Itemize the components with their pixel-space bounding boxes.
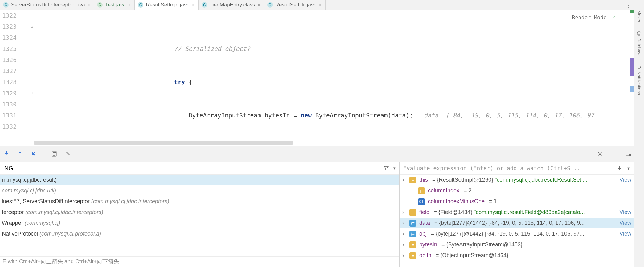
- var-type-icon: ≡: [409, 241, 416, 248]
- var-type-icon: ≡: [409, 252, 416, 259]
- expand-icon[interactable]: ›: [401, 175, 406, 185]
- code-editor[interactable]: 1322132313241325132613271328132913301331…: [0, 10, 634, 140]
- view-link[interactable]: View: [619, 218, 631, 228]
- close-icon[interactable]: ×: [128, 2, 131, 7]
- var-name: columnIndex: [428, 185, 459, 196]
- tab-resultsetimpl[interactable]: CResultSetImpl.java×: [135, 0, 199, 10]
- variable-row[interactable]: ›≡objIn= {ObjectInputStream@1464}: [400, 250, 634, 261]
- scrollbar-thumb[interactable]: [34, 141, 293, 145]
- maven-icon: m: [636, 3, 642, 9]
- svg-point-7: [54, 155, 55, 156]
- var-value: = 2: [462, 185, 634, 196]
- debug-panels: ▾ m.mysql.cj.jdbc.result) com.mysql.cj.j…: [0, 162, 634, 267]
- stack-frame[interactable]: NativeProtocol (com.mysql.cj.protocol.a): [0, 228, 399, 239]
- expand-icon[interactable]: ›: [401, 218, 406, 228]
- var-name: data: [419, 218, 430, 228]
- tab-tiedmapentry[interactable]: CTiedMapEntry.class×: [199, 0, 264, 10]
- evaluate-bar: Evaluate expression (Enter) or add a wat…: [400, 162, 634, 175]
- stack-frame[interactable]: com.mysql.cj.jdbc.util): [0, 185, 399, 196]
- vars-dropdown-icon[interactable]: ▾: [627, 165, 630, 171]
- tab-serverstatus[interactable]: CServerStatusDiffInterceptor.java×: [0, 0, 94, 10]
- tabs-more-icon[interactable]: ⋮: [623, 1, 634, 9]
- svg-point-3: [53, 154, 54, 154]
- svg-rect-12: [629, 154, 631, 156]
- java-file-icon: C: [97, 2, 103, 8]
- variable-row[interactable]: pcolumnIndex= 2: [400, 185, 634, 196]
- editor-overview-ruler[interactable]: [630, 10, 634, 140]
- stack-frame[interactable]: Wrapper (com.mysql.cj): [0, 218, 399, 228]
- close-icon[interactable]: ×: [192, 2, 195, 7]
- stack-frame[interactable]: m.mysql.cj.jdbc.result): [0, 175, 399, 185]
- expand-icon[interactable]: ›: [401, 250, 406, 261]
- var-name: bytesIn: [419, 239, 437, 250]
- view-link[interactable]: View: [619, 228, 631, 239]
- svg-rect-2: [53, 152, 56, 153]
- view-link[interactable]: View: [619, 207, 631, 218]
- stack-frame[interactable]: lues:87, ServerStatusDiffInterceptor (co…: [0, 196, 399, 207]
- svg-point-6: [53, 155, 54, 156]
- bell-icon: [636, 64, 642, 70]
- java-file-icon: C: [138, 2, 143, 8]
- notifications-tool-button[interactable]: Notifications: [636, 63, 642, 96]
- var-type-icon: 01: [418, 198, 425, 205]
- frames-list[interactable]: m.mysql.cj.jdbc.result) com.mysql.cj.jdb…: [0, 175, 399, 256]
- add-watch-icon[interactable]: [617, 166, 622, 171]
- variable-row[interactable]: ›{≡obj= {byte[1277]@1442} [-84, -19, 0, …: [400, 228, 634, 239]
- var-value: = {ResultSetImpl@1260} "com.mysql.cj.jdb…: [431, 175, 614, 185]
- close-icon[interactable]: ×: [319, 2, 322, 7]
- var-type-icon: {≡: [409, 231, 416, 237]
- stack-frame[interactable]: terceptor (com.mysql.cj.jdbc.interceptor…: [0, 207, 399, 218]
- trace-icon[interactable]: [64, 150, 72, 158]
- variable-row[interactable]: ›{≡data= {byte[1277]@1442} [-84, -19, 0,…: [400, 218, 634, 228]
- svg-point-14: [637, 32, 641, 33]
- close-icon[interactable]: ×: [88, 2, 90, 7]
- expand-icon[interactable]: ›: [401, 207, 406, 218]
- var-value: = {Field@1434} "com.mysql.cj.result.Fiel…: [433, 207, 614, 218]
- var-name: field: [419, 207, 429, 218]
- svg-point-4: [54, 154, 55, 154]
- var-name: this: [419, 175, 428, 185]
- var-name: objIn: [419, 250, 431, 261]
- variable-row[interactable]: ›≡this= {ResultSetImpl@1260} "com.mysql.…: [400, 175, 634, 185]
- minimize-icon[interactable]: [612, 151, 617, 157]
- frames-dropdown-icon[interactable]: ▾: [393, 166, 396, 170]
- var-type-icon: ≡: [409, 209, 416, 216]
- horizontal-scrollbar[interactable]: [0, 140, 634, 146]
- var-value: = {byte[1277]@1442} [-84, -19, 0, 5, 115…: [430, 228, 614, 239]
- svg-point-5: [55, 154, 55, 154]
- drop-frame-icon[interactable]: I: [30, 150, 38, 158]
- fold-toggle-icon[interactable]: ⊟: [30, 91, 34, 95]
- var-type-icon: {≡: [409, 220, 416, 227]
- step-into-icon[interactable]: [2, 150, 10, 158]
- expand-icon[interactable]: ›: [401, 228, 406, 239]
- var-name: obj: [419, 228, 427, 239]
- database-tool-button[interactable]: Database: [636, 30, 642, 58]
- tab-resultsetutil[interactable]: CResultSetUtil.java×: [264, 0, 326, 10]
- svg-point-8: [55, 155, 55, 156]
- fold-toggle-icon[interactable]: ⊟: [30, 24, 34, 29]
- code-area[interactable]: Reader Mode✓ // Serialized object? try {…: [35, 10, 634, 140]
- variable-row[interactable]: ›≡bytesIn= {ByteArrayInputStream@1453}: [400, 239, 634, 250]
- gear-icon[interactable]: [597, 151, 603, 157]
- frames-filter-input[interactable]: [4, 165, 379, 172]
- expand-icon[interactable]: ›: [401, 239, 406, 250]
- reader-mode-button[interactable]: Reader Mode✓: [572, 12, 615, 23]
- var-value: = {ObjectInputStream@1464}: [434, 250, 634, 261]
- svg-text:m: m: [637, 7, 639, 8]
- step-out-icon[interactable]: [16, 150, 24, 158]
- fold-column: ⊟ ⊟: [20, 10, 35, 140]
- evaluate-input[interactable]: Evaluate expression (Enter) or add a wat…: [403, 165, 613, 171]
- maven-tool-button[interactable]: mMaven: [636, 2, 642, 25]
- variables-pane: Evaluate expression (Enter) or add a wat…: [400, 162, 634, 267]
- view-link[interactable]: View: [619, 175, 631, 185]
- variables-tree[interactable]: ›≡this= {ResultSetImpl@1260} "com.mysql.…: [400, 175, 634, 267]
- var-value: = {byte[1277]@1442} [-84, -19, 0, 5, 115…: [433, 218, 614, 228]
- layout-icon[interactable]: [626, 151, 631, 157]
- funnel-icon[interactable]: [384, 166, 389, 171]
- close-icon[interactable]: ×: [257, 2, 260, 7]
- java-file-icon: C: [267, 2, 273, 8]
- calculator-icon[interactable]: [50, 150, 58, 158]
- variable-row[interactable]: 01columnIndexMinusOne= 1: [400, 196, 634, 207]
- tab-test[interactable]: CTest.java×: [94, 0, 135, 10]
- variable-row[interactable]: ›≡field= {Field@1434} "com.mysql.cj.resu…: [400, 207, 634, 218]
